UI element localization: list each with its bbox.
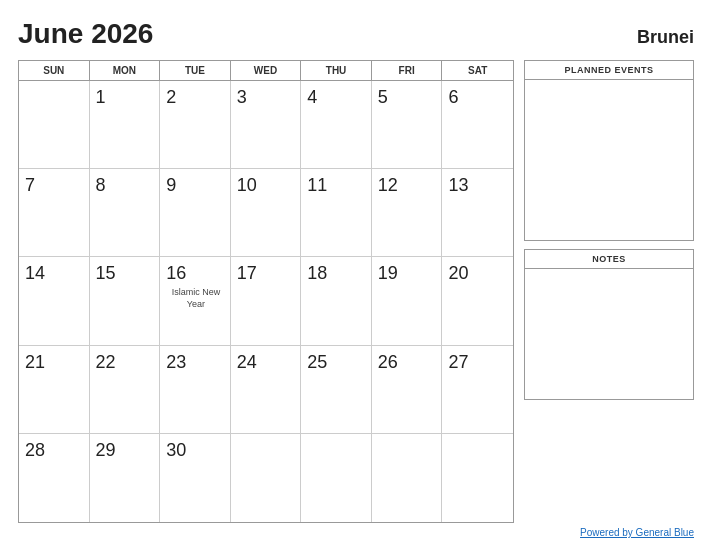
day-header-thu: THU — [301, 61, 372, 80]
table-row — [301, 434, 372, 522]
date-number: 3 — [237, 87, 247, 109]
date-number: 24 — [237, 352, 257, 374]
day-header-sun: SUN — [19, 61, 90, 80]
table-row: 4 — [301, 81, 372, 169]
table-row: 25 — [301, 346, 372, 434]
table-row — [231, 434, 302, 522]
notes-title: NOTES — [525, 250, 693, 269]
date-number: 5 — [378, 87, 388, 109]
table-row: 10 — [231, 169, 302, 257]
table-row: 6 — [442, 81, 513, 169]
notes-content — [525, 269, 693, 399]
date-number: 26 — [378, 352, 398, 374]
date-number: 15 — [96, 263, 116, 285]
planned-events-title: PLANNED EVENTS — [525, 61, 693, 80]
table-row: 8 — [90, 169, 161, 257]
table-row: 3 — [231, 81, 302, 169]
date-number: 25 — [307, 352, 327, 374]
date-number: 8 — [96, 175, 106, 197]
table-row: 29 — [90, 434, 161, 522]
day-header-fri: FRI — [372, 61, 443, 80]
table-row: 2 — [160, 81, 231, 169]
date-number: 19 — [378, 263, 398, 285]
table-row: 11 — [301, 169, 372, 257]
month-year-title: June 2026 — [18, 18, 153, 50]
table-row: 27 — [442, 346, 513, 434]
table-row: 14 — [19, 257, 90, 345]
table-row: 26 — [372, 346, 443, 434]
date-number: 11 — [307, 175, 327, 197]
table-row: 12 — [372, 169, 443, 257]
table-row: 18 — [301, 257, 372, 345]
date-number: 7 — [25, 175, 35, 197]
powered-by-link[interactable]: Powered by General Blue — [580, 527, 694, 538]
date-number: 28 — [25, 440, 45, 462]
table-row: 1 — [90, 81, 161, 169]
date-number: 13 — [448, 175, 468, 197]
date-number: 12 — [378, 175, 398, 197]
date-number: 27 — [448, 352, 468, 374]
table-row: 15 — [90, 257, 161, 345]
date-number: 10 — [237, 175, 257, 197]
footer: Powered by General Blue — [18, 527, 694, 538]
table-row: 19 — [372, 257, 443, 345]
day-headers: SUNMONTUEWEDTHUFRISAT — [19, 61, 513, 81]
calendar-grid: 12345678910111213141516Islamic New Year1… — [19, 81, 513, 522]
date-number: 2 — [166, 87, 176, 109]
planned-events-box: PLANNED EVENTS — [524, 60, 694, 241]
day-header-sat: SAT — [442, 61, 513, 80]
date-number: 14 — [25, 263, 45, 285]
country-title: Brunei — [637, 27, 694, 48]
date-number: 30 — [166, 440, 186, 462]
date-number: 21 — [25, 352, 45, 374]
date-number: 18 — [307, 263, 327, 285]
table-row: 5 — [372, 81, 443, 169]
table-row — [19, 81, 90, 169]
table-row — [372, 434, 443, 522]
table-row: 9 — [160, 169, 231, 257]
date-number: 29 — [96, 440, 116, 462]
sidebar: PLANNED EVENTS NOTES — [524, 60, 694, 523]
table-row: 21 — [19, 346, 90, 434]
table-row: 16Islamic New Year — [160, 257, 231, 345]
table-row: 23 — [160, 346, 231, 434]
event-label: Islamic New Year — [166, 287, 226, 310]
date-number: 17 — [237, 263, 257, 285]
page: June 2026 Brunei SUNMONTUEWEDTHUFRISAT 1… — [0, 0, 712, 550]
table-row: 7 — [19, 169, 90, 257]
header: June 2026 Brunei — [18, 18, 694, 50]
notes-box: NOTES — [524, 249, 694, 400]
date-number: 6 — [448, 87, 458, 109]
date-number: 20 — [448, 263, 468, 285]
day-header-wed: WED — [231, 61, 302, 80]
table-row: 13 — [442, 169, 513, 257]
date-number: 22 — [96, 352, 116, 374]
date-number: 16 — [166, 263, 186, 285]
main-content: SUNMONTUEWEDTHUFRISAT 123456789101112131… — [18, 60, 694, 523]
date-number: 1 — [96, 87, 106, 109]
table-row: 17 — [231, 257, 302, 345]
day-header-mon: MON — [90, 61, 161, 80]
table-row: 30 — [160, 434, 231, 522]
table-row: 28 — [19, 434, 90, 522]
table-row: 22 — [90, 346, 161, 434]
table-row — [442, 434, 513, 522]
date-number: 23 — [166, 352, 186, 374]
table-row: 20 — [442, 257, 513, 345]
table-row: 24 — [231, 346, 302, 434]
calendar: SUNMONTUEWEDTHUFRISAT 123456789101112131… — [18, 60, 514, 523]
date-number: 4 — [307, 87, 317, 109]
date-number: 9 — [166, 175, 176, 197]
planned-events-content — [525, 80, 693, 240]
day-header-tue: TUE — [160, 61, 231, 80]
